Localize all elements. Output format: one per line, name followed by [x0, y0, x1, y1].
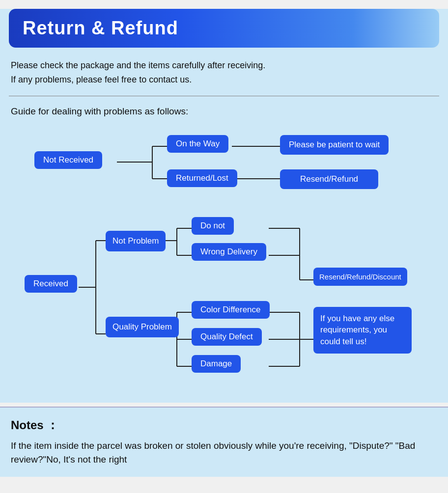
- on-the-way-pill: On the Way: [167, 135, 228, 153]
- not-received-pill: Not Received: [34, 151, 102, 169]
- returned-lost-node: Returned/Lost: [167, 169, 237, 187]
- guide-label: Guide for dealing with problems as follo…: [0, 101, 448, 119]
- on-the-way-node: On the Way: [167, 135, 228, 153]
- bottom-flowchart: Received Not Problem Quality Problem Do …: [10, 211, 443, 378]
- intro-line2: If any problems, please feel free to con…: [11, 75, 192, 84]
- wrong-delivery-pill: Wrong Delivery: [192, 243, 266, 261]
- any-requirements-text: If you have any else requirements, you c…: [320, 313, 405, 348]
- quality-problem-node: Quality Problem: [106, 317, 179, 337]
- not-problem-node: Not Problem: [106, 231, 166, 251]
- quality-defect-node: Quality Defect: [192, 328, 262, 346]
- resend-refund-pill: Resend/Refund: [280, 169, 378, 189]
- resend-refund-discount-node: Resend/Refund/Discount: [313, 268, 407, 286]
- notes-body: If the item inside the parcel was broken…: [11, 439, 437, 467]
- returned-lost-pill: Returned/Lost: [167, 169, 237, 187]
- page-title: Return & Refund: [23, 18, 178, 38]
- patient-wait-node: Please be patient to wait: [280, 135, 389, 155]
- damage-pill: Damage: [192, 355, 241, 373]
- received-pill: Received: [25, 275, 77, 293]
- top-flowchart: Not Received On the Way Returned/Lost Pl…: [20, 133, 443, 196]
- quality-problem-pill: Quality Problem: [106, 317, 179, 337]
- any-requirements-node: If you have any else requirements, you c…: [313, 307, 412, 354]
- notes-title: Notes ：: [11, 417, 437, 433]
- notes-section: Notes ： If the item inside the parcel wa…: [0, 407, 448, 477]
- color-diff-pill: Color Difference: [192, 301, 270, 319]
- resend-refund-node: Resend/Refund: [280, 169, 378, 189]
- resend-refund-discount-pill: Resend/Refund/Discount: [313, 268, 407, 286]
- color-diff-node: Color Difference: [192, 301, 270, 319]
- intro-line1: Please check the package and the items c…: [11, 60, 265, 70]
- not-problem-pill: Not Problem: [106, 231, 166, 251]
- flowchart-section: Not Received On the Way Returned/Lost Pl…: [0, 119, 448, 403]
- wrong-delivery-node: Wrong Delivery: [192, 243, 266, 261]
- received-node: Received: [25, 275, 77, 293]
- patient-wait-pill: Please be patient to wait: [280, 135, 389, 155]
- do-not-node: Do not: [192, 217, 234, 235]
- quality-defect-pill: Quality Defect: [192, 328, 262, 346]
- header-bar: Return & Refund: [9, 9, 439, 48]
- intro-text: Please check the package and the items c…: [0, 48, 448, 92]
- not-received-node: Not Received: [34, 151, 102, 169]
- divider: [9, 96, 439, 96]
- damage-node: Damage: [192, 355, 241, 373]
- main-container: Return & Refund Please check the package…: [0, 9, 448, 403]
- do-not-pill: Do not: [192, 217, 234, 235]
